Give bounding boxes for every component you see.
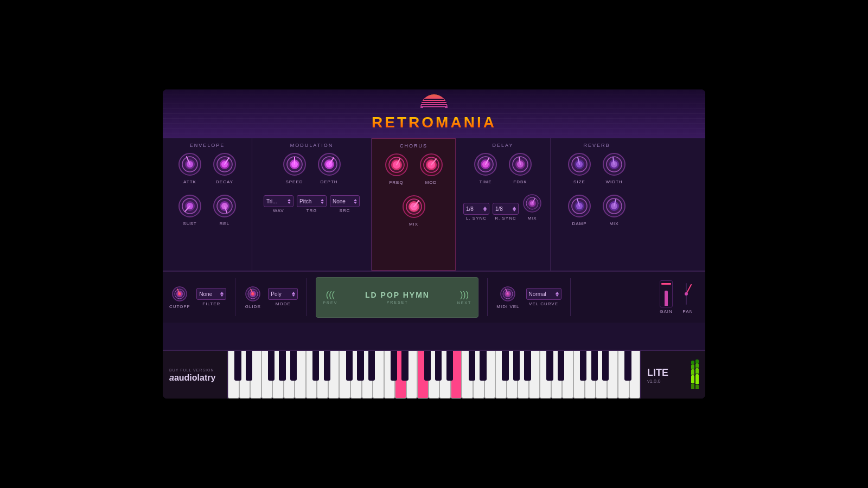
lsync-dropdown[interactable]: 1/8 bbox=[463, 203, 489, 215]
chorus-section: CHORUS FREQ bbox=[372, 138, 456, 271]
reverb-mix-knob[interactable] bbox=[601, 193, 627, 219]
reverb-width-knob[interactable] bbox=[601, 151, 627, 177]
reverb-damp-knob-wrap: DAMP bbox=[566, 193, 592, 226]
lsync-label: L. SYNC bbox=[466, 216, 487, 221]
gain-group: GAIN bbox=[660, 280, 673, 314]
black-key[interactable] bbox=[357, 351, 363, 381]
vu-meter bbox=[691, 362, 699, 389]
black-key[interactable] bbox=[324, 351, 330, 381]
prev-button[interactable]: ((( bbox=[326, 290, 335, 300]
midivel-knob[interactable] bbox=[499, 285, 516, 303]
black-key[interactable] bbox=[435, 351, 442, 381]
delay-time-knob-wrap: TIME bbox=[473, 151, 499, 184]
depth-label: DEPTH bbox=[320, 179, 337, 184]
src-label: SRC bbox=[340, 208, 350, 213]
black-key[interactable] bbox=[513, 351, 520, 381]
trg-dropdown[interactable]: Pitch bbox=[297, 195, 327, 207]
next-button[interactable]: ))) bbox=[460, 290, 469, 300]
pan-group: PAN bbox=[681, 280, 694, 314]
black-key[interactable] bbox=[469, 351, 475, 381]
black-key[interactable] bbox=[558, 351, 564, 381]
filter-dropdown[interactable]: None bbox=[196, 288, 226, 300]
gain-label: GAIN bbox=[660, 309, 673, 314]
rel-label: REL bbox=[220, 221, 230, 226]
delay-time-knob[interactable] bbox=[473, 151, 499, 177]
velcurve-dropdown[interactable]: Normal bbox=[526, 288, 561, 300]
piano-keyboard[interactable]: .wk { flex:1; background:#f0f0f0; border… bbox=[228, 351, 640, 399]
cutoff-knob[interactable] bbox=[171, 285, 188, 303]
black-key[interactable] bbox=[502, 351, 508, 381]
decay-knob-wrap: DECAY bbox=[212, 151, 238, 184]
black-key[interactable] bbox=[368, 351, 375, 381]
reverb-section: REVERB SIZE bbox=[551, 138, 643, 271]
chorus-freq-label: FREQ bbox=[389, 180, 403, 185]
keyboard: BUY FULL VERSION aaudiolatry .wk { flex:… bbox=[163, 350, 705, 399]
black-key[interactable] bbox=[246, 351, 252, 381]
src-dropdown[interactable]: None bbox=[330, 195, 360, 207]
black-key[interactable] bbox=[290, 351, 297, 381]
black-key[interactable] bbox=[591, 351, 598, 381]
vu-bar bbox=[691, 361, 694, 364]
delay-mix-knob[interactable] bbox=[522, 193, 542, 214]
black-key[interactable] bbox=[346, 351, 353, 381]
gain-bar bbox=[665, 291, 668, 306]
trg-label: TRG bbox=[307, 208, 317, 213]
black-key[interactable] bbox=[546, 351, 553, 381]
black-key[interactable] bbox=[446, 351, 453, 381]
pan-display[interactable] bbox=[681, 280, 694, 307]
gain-pan-group: GAIN PAN bbox=[660, 280, 699, 314]
black-key[interactable] bbox=[391, 351, 397, 381]
black-key[interactable] bbox=[312, 351, 319, 381]
black-key[interactable] bbox=[602, 351, 609, 381]
black-key[interactable] bbox=[480, 351, 486, 381]
speed-knob[interactable] bbox=[282, 151, 308, 177]
chorus-mod-label: MOD bbox=[425, 180, 437, 185]
pan-label: PAN bbox=[683, 309, 693, 314]
right-info: LITE v1.0.0 bbox=[640, 351, 705, 399]
rel-knob[interactable] bbox=[212, 193, 238, 219]
next-group: ))) NEXT bbox=[457, 290, 472, 305]
decay-knob[interactable] bbox=[212, 151, 238, 177]
brand-bar: BUY FULL VERSION aaudiolatry bbox=[163, 351, 228, 399]
reverb-size-label: SIZE bbox=[573, 179, 585, 184]
black-key[interactable] bbox=[424, 351, 431, 381]
reverb-size-knob[interactable] bbox=[566, 151, 592, 177]
chorus-mod-knob[interactable] bbox=[418, 152, 444, 178]
vu-right bbox=[695, 359, 699, 389]
rsync-value: 1/8 bbox=[495, 206, 503, 212]
black-key[interactable] bbox=[580, 351, 586, 381]
black-key[interactable] bbox=[279, 351, 285, 381]
glide-knob[interactable] bbox=[244, 285, 261, 303]
modulation-title: MODULATION bbox=[259, 143, 365, 148]
preset-display: ((( PREV LD POP HYMN PRESET ))) NEXT bbox=[316, 277, 478, 318]
black-key[interactable] bbox=[524, 351, 531, 381]
black-key[interactable] bbox=[401, 351, 408, 381]
divider-2 bbox=[307, 278, 307, 316]
black-key[interactable] bbox=[234, 351, 241, 381]
attk-knob[interactable] bbox=[177, 151, 203, 177]
reverb-damp-knob[interactable] bbox=[566, 193, 592, 219]
vu-bar bbox=[695, 374, 699, 384]
chorus-mix-knob[interactable] bbox=[401, 194, 427, 220]
rsync-dropdown[interactable]: 1/8 bbox=[493, 203, 519, 215]
vu-bar bbox=[691, 369, 694, 375]
trg-value: Pitch bbox=[299, 198, 311, 204]
black-key[interactable] bbox=[268, 351, 275, 381]
gain-indicator[interactable] bbox=[661, 283, 671, 285]
bottom-row: CUTOFF None FILTER bbox=[163, 271, 705, 323]
decay-label: DECAY bbox=[216, 179, 233, 184]
logo-sun bbox=[418, 93, 450, 110]
rel-knob-wrap: REL bbox=[212, 193, 238, 226]
vu-bar bbox=[691, 375, 694, 383]
delay-fdbk-knob[interactable] bbox=[507, 151, 533, 177]
black-key[interactable] bbox=[624, 351, 631, 381]
wav-dropdown[interactable]: Tri... bbox=[264, 195, 293, 207]
filter-group: None FILTER bbox=[196, 288, 226, 306]
reverb-width-label: WIDTH bbox=[605, 179, 622, 184]
sust-knob[interactable] bbox=[177, 193, 203, 219]
midivel-label: MIDI VEL bbox=[496, 304, 519, 309]
depth-knob[interactable] bbox=[316, 151, 342, 177]
mode-dropdown[interactable]: Poly bbox=[268, 288, 298, 300]
chorus-freq-knob[interactable] bbox=[384, 152, 410, 178]
reverb-title: REVERB bbox=[557, 143, 636, 148]
